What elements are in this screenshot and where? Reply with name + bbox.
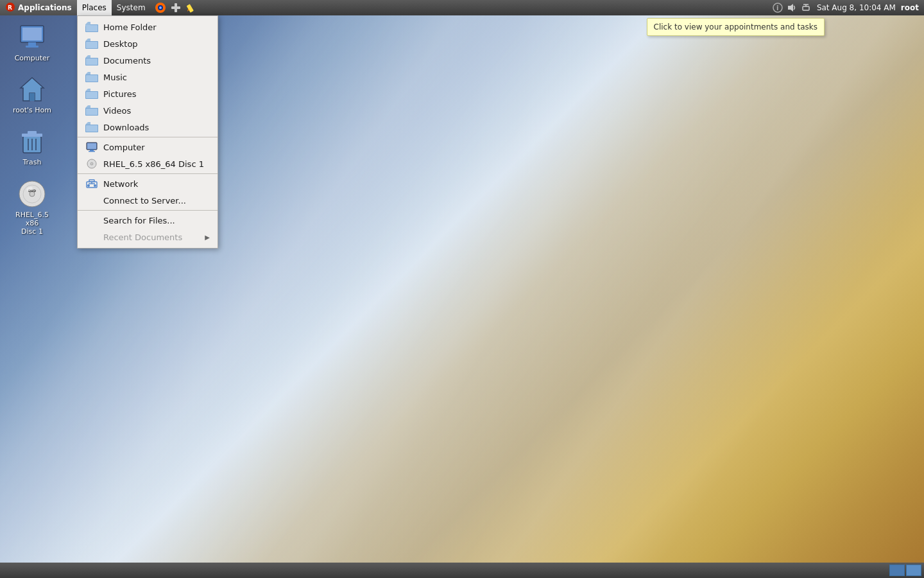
bottom-panel: [0, 563, 924, 578]
videos-label: Videos: [103, 106, 210, 116]
menu-item-connect-server[interactable]: Connect to Server...: [78, 192, 218, 209]
svg-rect-18: [26, 46, 38, 48]
menu-item-videos[interactable]: Videos: [78, 102, 218, 119]
svg-text:R: R: [8, 4, 12, 11]
tool-icon: [170, 2, 182, 13]
svg-rect-44: [86, 75, 98, 82]
system-label: System: [117, 3, 146, 12]
folder-pictures-icon: [85, 87, 98, 100]
menu-item-desktop[interactable]: Desktop: [78, 35, 218, 52]
search-files-label: Search for Files...: [103, 216, 210, 225]
dvd-icon: DVD: [17, 179, 47, 209]
volume-systray-icon[interactable]: [786, 2, 798, 13]
home-desktop-icon[interactable]: root's Hom: [6, 71, 58, 117]
rhel-disc-menu-label: RHEL_6.5 x86_64 Disc 1: [103, 159, 210, 169]
svg-marker-37: [85, 39, 90, 41]
menu-item-home-folder[interactable]: Home Folder: [78, 19, 218, 35]
svg-rect-56: [90, 150, 94, 151]
menu-item-documents[interactable]: Documents: [78, 52, 218, 69]
svg-rect-50: [86, 109, 98, 115]
svg-marker-34: [85, 22, 90, 24]
info-systray-icon[interactable]: i: [772, 2, 783, 13]
svg-point-59: [90, 162, 93, 165]
menu-item-downloads[interactable]: Downloads: [78, 119, 218, 136]
svg-rect-7: [186, 4, 193, 12]
computer-desktop-icon[interactable]: Computer: [6, 19, 58, 65]
folder-videos-icon: [85, 104, 98, 117]
workspace-2-button[interactable]: [906, 565, 921, 576]
menu-item-network[interactable]: Network: [78, 175, 218, 192]
music-label: Music: [103, 73, 210, 82]
computer-menu-label: Computer: [103, 143, 210, 152]
trash-label: Trash: [22, 158, 41, 166]
svg-rect-47: [86, 92, 98, 98]
pictures-label: Pictures: [103, 89, 210, 99]
system-menu-button[interactable]: System: [112, 0, 151, 15]
documents-label: Documents: [103, 56, 210, 66]
menu-item-pictures[interactable]: Pictures: [78, 85, 218, 102]
panel-left: R Applications Places System: [0, 0, 201, 15]
folder-home-icon: [85, 21, 98, 33]
network-label: Network: [103, 179, 210, 189]
username: root: [901, 3, 919, 12]
svg-marker-43: [85, 72, 90, 74]
computer-menu-icon: [85, 141, 98, 153]
folder-desktop-icon: [85, 37, 98, 50]
redhat-icon: R: [5, 2, 15, 14]
trash-desktop-icon[interactable]: Trash: [6, 123, 58, 169]
network-menu-icon: [85, 177, 98, 190]
desktop-icons: Computer root's Hom Trash: [6, 19, 58, 238]
svg-rect-55: [87, 143, 96, 149]
systray: i: [772, 2, 812, 13]
places-menu-button[interactable]: Places: [77, 0, 112, 15]
separator-1: [78, 137, 218, 137]
menu-item-music[interactable]: Music: [78, 69, 218, 85]
applications-menu-button[interactable]: R Applications: [0, 0, 77, 15]
computer-icon: [17, 22, 47, 53]
svg-marker-11: [788, 4, 793, 12]
trash-icon: [17, 126, 47, 157]
svg-point-65: [94, 184, 96, 187]
places-menu: Home Folder Desktop Documents: [77, 15, 218, 249]
svg-rect-17: [28, 42, 36, 46]
quick-launch-icons: [151, 0, 201, 15]
svg-marker-40: [85, 55, 90, 58]
svg-rect-61: [89, 180, 94, 182]
svg-marker-49: [85, 105, 90, 108]
firefox-icon: [155, 2, 166, 13]
menu-item-rhel-disc[interactable]: RHEL_6.5 x86_64 Disc 1: [78, 155, 218, 172]
folder-documents-icon: [85, 54, 98, 67]
home-icon: [17, 74, 47, 105]
recent-documents-label: Recent Documents: [103, 232, 200, 242]
places-label: Places: [82, 3, 107, 12]
svg-rect-57: [89, 151, 95, 152]
rhel-disc-desktop-icon[interactable]: DVD RHEL_6.5 x86Disc 1: [6, 176, 58, 239]
folder-music-icon: [85, 71, 98, 83]
menu-item-recent-documents[interactable]: Recent Documents ▶: [78, 229, 218, 245]
clock[interactable]: Sat Aug 8, 10:04 AM: [817, 3, 896, 12]
firefox-button[interactable]: [153, 1, 167, 14]
svg-point-64: [87, 184, 90, 187]
svg-rect-6: [175, 3, 177, 12]
svg-rect-12: [803, 6, 809, 10]
svg-rect-23: [28, 131, 37, 134]
network-systray-icon[interactable]: [800, 2, 812, 13]
tool-button[interactable]: [169, 1, 183, 14]
menu-item-search-files[interactable]: Search for Files...: [78, 212, 218, 229]
submenu-arrow: ▶: [205, 234, 210, 241]
menu-item-computer[interactable]: Computer: [78, 139, 218, 155]
connect-server-label: Connect to Server...: [103, 196, 210, 206]
svg-rect-41: [86, 58, 98, 65]
svg-marker-52: [85, 122, 90, 125]
rhel-label: RHEL_6.5 x86Disc 1: [9, 211, 55, 236]
svg-rect-53: [86, 125, 98, 132]
separator-2: [78, 173, 218, 174]
svg-rect-16: [22, 28, 42, 40]
svg-point-4: [159, 6, 162, 9]
appointments-tooltip[interactable]: Click to view your appointments and task…: [647, 18, 825, 36]
edit-button[interactable]: [184, 1, 198, 14]
applications-label: Applications: [18, 3, 72, 12]
workspace-1-button[interactable]: [889, 565, 905, 576]
folder-downloads-icon: [85, 121, 98, 134]
home-folder-label: Home Folder: [103, 22, 210, 32]
